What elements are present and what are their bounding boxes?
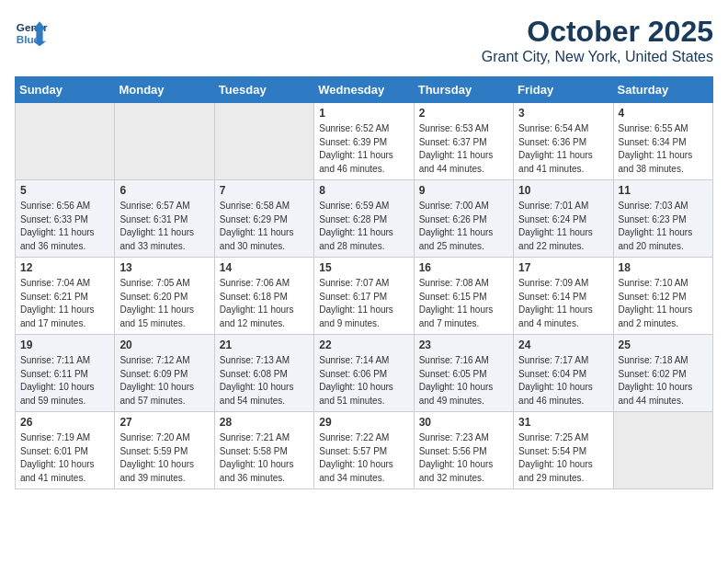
day-number: 19 xyxy=(20,339,109,351)
logo-icon: General Blue xyxy=(15,15,48,48)
day-info: Sunrise: 7:09 AM Sunset: 6:14 PM Dayligh… xyxy=(518,277,608,330)
week-row-5: 26Sunrise: 7:19 AM Sunset: 6:01 PM Dayli… xyxy=(16,412,713,489)
day-info: Sunrise: 6:56 AM Sunset: 6:33 PM Dayligh… xyxy=(20,200,109,253)
day-number: 24 xyxy=(518,339,608,351)
day-info: Sunrise: 6:54 AM Sunset: 6:36 PM Dayligh… xyxy=(518,122,608,176)
calendar-cell: 10Sunrise: 7:01 AM Sunset: 6:24 PM Dayli… xyxy=(514,180,613,258)
day-number: 27 xyxy=(119,416,209,429)
day-info: Sunrise: 7:03 AM Sunset: 6:23 PM Dayligh… xyxy=(619,200,708,253)
day-number: 28 xyxy=(220,416,309,429)
day-info: Sunrise: 7:13 AM Sunset: 6:08 PM Dayligh… xyxy=(220,354,309,408)
calendar-cell: 21Sunrise: 7:13 AM Sunset: 6:08 PM Dayli… xyxy=(214,335,313,412)
day-number: 1 xyxy=(319,107,408,120)
day-info: Sunrise: 7:06 AM Sunset: 6:18 PM Dayligh… xyxy=(220,277,309,330)
day-info: Sunrise: 7:19 AM Sunset: 6:01 PM Dayligh… xyxy=(20,431,109,485)
day-number: 22 xyxy=(319,339,408,351)
day-info: Sunrise: 7:00 AM Sunset: 6:26 PM Dayligh… xyxy=(419,200,508,253)
day-number: 11 xyxy=(619,184,708,197)
day-number: 14 xyxy=(220,261,309,274)
day-header-friday: Friday xyxy=(514,77,613,103)
day-info: Sunrise: 6:53 AM Sunset: 6:37 PM Dayligh… xyxy=(419,122,508,176)
day-info: Sunrise: 6:52 AM Sunset: 6:39 PM Dayligh… xyxy=(319,122,408,176)
calendar-cell: 31Sunrise: 7:25 AM Sunset: 5:54 PM Dayli… xyxy=(514,412,613,489)
calendar-cell: 19Sunrise: 7:11 AM Sunset: 6:11 PM Dayli… xyxy=(16,335,115,412)
day-number: 31 xyxy=(518,416,608,429)
calendar-cell xyxy=(214,103,313,180)
day-info: Sunrise: 7:04 AM Sunset: 6:21 PM Dayligh… xyxy=(20,277,109,330)
page-header: General Blue October 2025 Grant City, Ne… xyxy=(15,15,713,65)
day-number: 21 xyxy=(220,339,309,351)
day-info: Sunrise: 7:08 AM Sunset: 6:15 PM Dayligh… xyxy=(419,277,508,330)
day-number: 16 xyxy=(419,261,508,274)
day-info: Sunrise: 7:25 AM Sunset: 5:54 PM Dayligh… xyxy=(518,431,608,485)
calendar-cell: 18Sunrise: 7:10 AM Sunset: 6:12 PM Dayli… xyxy=(613,258,712,335)
logo: General Blue xyxy=(15,15,48,48)
day-number: 10 xyxy=(518,184,608,197)
calendar-cell: 7Sunrise: 6:58 AM Sunset: 6:29 PM Daylig… xyxy=(214,180,313,258)
day-number: 2 xyxy=(419,107,508,120)
calendar-cell: 3Sunrise: 6:54 AM Sunset: 6:36 PM Daylig… xyxy=(514,103,613,180)
calendar-cell: 5Sunrise: 6:56 AM Sunset: 6:33 PM Daylig… xyxy=(16,180,115,258)
day-info: Sunrise: 6:58 AM Sunset: 6:29 PM Dayligh… xyxy=(220,200,309,253)
day-header-tuesday: Tuesday xyxy=(214,77,313,103)
week-row-3: 12Sunrise: 7:04 AM Sunset: 6:21 PM Dayli… xyxy=(16,258,713,335)
calendar-cell: 23Sunrise: 7:16 AM Sunset: 6:05 PM Dayli… xyxy=(414,335,513,412)
day-number: 20 xyxy=(119,339,209,351)
day-number: 30 xyxy=(419,416,508,429)
day-info: Sunrise: 7:07 AM Sunset: 6:17 PM Dayligh… xyxy=(319,277,408,330)
week-row-2: 5Sunrise: 6:56 AM Sunset: 6:33 PM Daylig… xyxy=(16,180,713,258)
day-info: Sunrise: 7:17 AM Sunset: 6:04 PM Dayligh… xyxy=(518,354,608,408)
calendar-cell: 16Sunrise: 7:08 AM Sunset: 6:15 PM Dayli… xyxy=(414,258,513,335)
week-row-1: 1Sunrise: 6:52 AM Sunset: 6:39 PM Daylig… xyxy=(16,103,713,180)
day-number: 13 xyxy=(119,261,209,274)
day-info: Sunrise: 7:01 AM Sunset: 6:24 PM Dayligh… xyxy=(518,200,608,253)
day-info: Sunrise: 7:23 AM Sunset: 5:56 PM Dayligh… xyxy=(419,431,508,485)
day-info: Sunrise: 7:20 AM Sunset: 5:59 PM Dayligh… xyxy=(119,431,209,485)
calendar-cell: 29Sunrise: 7:22 AM Sunset: 5:57 PM Dayli… xyxy=(314,412,414,489)
day-header-wednesday: Wednesday xyxy=(314,77,414,103)
day-number: 5 xyxy=(20,184,109,197)
calendar-cell: 30Sunrise: 7:23 AM Sunset: 5:56 PM Dayli… xyxy=(414,412,513,489)
day-info: Sunrise: 6:59 AM Sunset: 6:28 PM Dayligh… xyxy=(319,200,408,253)
calendar-cell: 8Sunrise: 6:59 AM Sunset: 6:28 PM Daylig… xyxy=(314,180,414,258)
calendar-cell: 17Sunrise: 7:09 AM Sunset: 6:14 PM Dayli… xyxy=(514,258,613,335)
day-number: 12 xyxy=(20,261,109,274)
calendar-cell: 4Sunrise: 6:55 AM Sunset: 6:34 PM Daylig… xyxy=(613,103,712,180)
calendar-cell: 12Sunrise: 7:04 AM Sunset: 6:21 PM Dayli… xyxy=(16,258,115,335)
day-header-sunday: Sunday xyxy=(16,77,115,103)
calendar-cell xyxy=(16,103,115,180)
day-number: 17 xyxy=(518,261,608,274)
calendar-cell: 15Sunrise: 7:07 AM Sunset: 6:17 PM Dayli… xyxy=(314,258,414,335)
day-info: Sunrise: 7:14 AM Sunset: 6:06 PM Dayligh… xyxy=(319,354,408,408)
day-info: Sunrise: 6:57 AM Sunset: 6:31 PM Dayligh… xyxy=(119,200,209,253)
day-number: 4 xyxy=(619,107,708,120)
day-header-thursday: Thursday xyxy=(414,77,513,103)
day-info: Sunrise: 7:11 AM Sunset: 6:11 PM Dayligh… xyxy=(20,354,109,408)
week-row-4: 19Sunrise: 7:11 AM Sunset: 6:11 PM Dayli… xyxy=(16,335,713,412)
calendar-cell: 20Sunrise: 7:12 AM Sunset: 6:09 PM Dayli… xyxy=(115,335,214,412)
calendar-cell xyxy=(115,103,214,180)
calendar-cell: 28Sunrise: 7:21 AM Sunset: 5:58 PM Dayli… xyxy=(214,412,313,489)
calendar-cell: 25Sunrise: 7:18 AM Sunset: 6:02 PM Dayli… xyxy=(613,335,712,412)
day-number: 18 xyxy=(619,261,708,274)
day-header-saturday: Saturday xyxy=(613,77,712,103)
day-info: Sunrise: 7:16 AM Sunset: 6:05 PM Dayligh… xyxy=(419,354,508,408)
day-number: 7 xyxy=(220,184,309,197)
calendar-cell: 27Sunrise: 7:20 AM Sunset: 5:59 PM Dayli… xyxy=(115,412,214,489)
day-info: Sunrise: 7:21 AM Sunset: 5:58 PM Dayligh… xyxy=(220,431,309,485)
day-info: Sunrise: 7:05 AM Sunset: 6:20 PM Dayligh… xyxy=(119,277,209,330)
day-header-monday: Monday xyxy=(115,77,214,103)
calendar-cell: 9Sunrise: 7:00 AM Sunset: 6:26 PM Daylig… xyxy=(414,180,513,258)
calendar-cell: 2Sunrise: 6:53 AM Sunset: 6:37 PM Daylig… xyxy=(414,103,513,180)
calendar-table: SundayMondayTuesdayWednesdayThursdayFrid… xyxy=(15,76,713,489)
calendar-cell: 6Sunrise: 6:57 AM Sunset: 6:31 PM Daylig… xyxy=(115,180,214,258)
day-number: 6 xyxy=(119,184,209,197)
day-info: Sunrise: 6:55 AM Sunset: 6:34 PM Dayligh… xyxy=(619,122,708,176)
day-info: Sunrise: 7:10 AM Sunset: 6:12 PM Dayligh… xyxy=(619,277,708,330)
calendar-cell: 26Sunrise: 7:19 AM Sunset: 6:01 PM Dayli… xyxy=(16,412,115,489)
day-number: 26 xyxy=(20,416,109,429)
day-number: 8 xyxy=(319,184,408,197)
day-number: 9 xyxy=(419,184,508,197)
location: Grant City, New York, United States xyxy=(482,49,713,65)
calendar-cell: 13Sunrise: 7:05 AM Sunset: 6:20 PM Dayli… xyxy=(115,258,214,335)
